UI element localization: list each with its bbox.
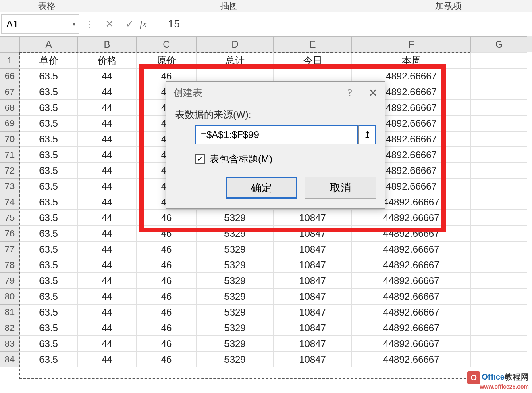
cell[interactable]: 10847 [273,210,352,226]
cell[interactable]: 5329 [197,336,273,351]
cell[interactable]: 46 [136,241,197,257]
row-header[interactable]: 71 [0,147,19,163]
cell[interactable]: 63.5 [19,68,78,84]
cell[interactable]: 46 [136,304,197,320]
cell[interactable]: 63.5 [19,288,78,304]
cell[interactable] [471,336,527,351]
fx-icon[interactable]: fx [140,19,160,29]
cell[interactable]: 原价 [136,52,197,68]
cell[interactable]: 5329 [197,288,273,304]
headers-checkbox[interactable]: ✓ [195,154,205,164]
row-header[interactable]: 70 [0,131,19,147]
row-header[interactable]: 76 [0,226,19,241]
cell[interactable]: 44 [78,336,136,351]
cell[interactable]: 44 [78,320,136,336]
cell[interactable]: 10847 [273,273,352,288]
cell[interactable] [471,257,527,273]
cell[interactable] [471,68,527,84]
cell[interactable]: 63.5 [19,351,78,367]
row-header[interactable]: 74 [0,194,19,210]
row-header[interactable]: 75 [0,210,19,226]
range-selector-icon[interactable]: ↥ [358,125,376,144]
cell[interactable]: 63.5 [19,131,78,147]
cell[interactable]: 46 [136,351,197,367]
cell[interactable] [471,147,527,163]
cell[interactable]: 44 [78,163,136,178]
cell[interactable] [471,320,527,336]
cell[interactable]: 5329 [197,241,273,257]
row-header[interactable]: 77 [0,241,19,257]
cell[interactable] [471,210,527,226]
cell[interactable]: 44 [78,351,136,367]
cell[interactable]: 10847 [273,351,352,367]
cell[interactable]: 46 [136,273,197,288]
col-header-d[interactable]: D [197,36,273,52]
cell[interactable]: 44 [78,257,136,273]
cell[interactable]: 63.5 [19,241,78,257]
cell[interactable]: 44892.66667 [352,288,471,304]
cell[interactable]: 总计 [197,52,273,68]
cell[interactable]: 44 [78,131,136,147]
cell[interactable] [471,351,527,367]
row-header[interactable]: 73 [0,178,19,194]
row-header[interactable]: 83 [0,336,19,351]
cell[interactable]: 63.5 [19,304,78,320]
cell[interactable] [471,84,527,100]
cell[interactable]: 44 [78,273,136,288]
cell[interactable]: 46 [136,320,197,336]
cell[interactable]: 10847 [273,336,352,351]
cell[interactable]: 63.5 [19,320,78,336]
dialog-titlebar[interactable]: 创建表 ? ✕ [166,82,385,104]
cell[interactable] [471,288,527,304]
cell[interactable] [471,178,527,194]
cell[interactable]: 10847 [273,288,352,304]
col-header-f[interactable]: F [352,36,471,52]
ribbon-tab-tables[interactable]: 表格 [0,0,94,12]
cell[interactable]: 63.5 [19,226,78,241]
ribbon-tab-addins[interactable]: 加载项 [365,0,532,12]
cancel-formula-icon[interactable]: ✕ [100,18,120,30]
row-header[interactable]: 1 [0,52,19,68]
col-header-g[interactable]: G [471,36,527,52]
col-header-b[interactable]: B [78,36,136,52]
cell[interactable]: 63.5 [19,257,78,273]
cell[interactable]: 今日 [273,52,352,68]
formula-input[interactable]: 15 [160,18,532,30]
cell[interactable]: 44 [78,178,136,194]
cell[interactable]: 44 [78,288,136,304]
cell[interactable]: 10847 [273,320,352,336]
row-header[interactable]: 82 [0,320,19,336]
cell[interactable]: 5329 [197,351,273,367]
cell[interactable]: 44 [78,226,136,241]
cell[interactable]: 5329 [197,273,273,288]
cell[interactable]: 63.5 [19,336,78,351]
cell[interactable]: 44 [78,147,136,163]
ok-button[interactable]: 确定 [226,177,297,199]
confirm-formula-icon[interactable]: ✓ [120,18,140,30]
cell[interactable]: 46 [136,288,197,304]
cell[interactable] [471,52,527,68]
cell[interactable]: 44 [78,100,136,115]
row-header[interactable]: 84 [0,351,19,367]
chevron-down-icon[interactable]: ▾ [73,21,75,27]
cell[interactable] [471,131,527,147]
cell[interactable]: 44892.66667 [352,351,471,367]
cell[interactable] [471,194,527,210]
cell[interactable] [471,241,527,257]
cell[interactable]: 44892.66667 [352,241,471,257]
col-header-e[interactable]: E [273,36,352,52]
col-header-c[interactable]: C [136,36,197,52]
cell[interactable]: 价格 [78,52,136,68]
row-header[interactable]: 78 [0,257,19,273]
cell[interactable]: 44892.66667 [352,304,471,320]
name-box[interactable]: A1 ▾ [1,14,79,34]
cell[interactable]: 44892.66667 [352,273,471,288]
cell[interactable]: 5329 [197,210,273,226]
cell[interactable]: 单价 [19,52,78,68]
cell[interactable]: 10847 [273,241,352,257]
cell[interactable]: 63.5 [19,178,78,194]
cell[interactable]: 5329 [197,257,273,273]
cell[interactable]: 44 [78,210,136,226]
cell[interactable]: 5329 [197,226,273,241]
cell[interactable]: 10847 [273,304,352,320]
